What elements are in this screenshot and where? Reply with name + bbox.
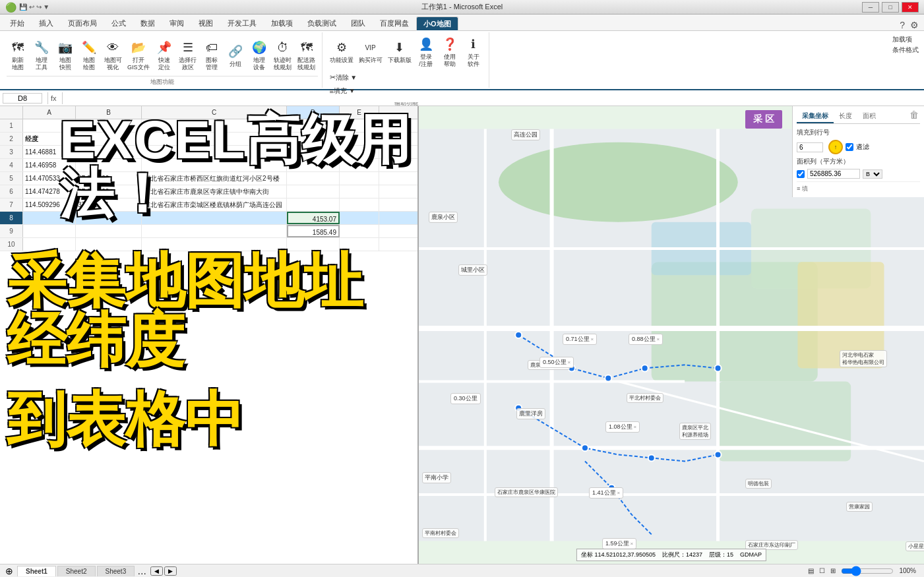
maximize-button[interactable]: □ [882, 2, 899, 13]
close-141-icon[interactable]: × [617, 490, 621, 496]
close-button[interactable]: ✕ [902, 2, 919, 13]
close-108-icon[interactable]: × [634, 424, 637, 430]
cell-e2[interactable] [340, 133, 379, 145]
cell-a5[interactable]: 114.470533 [23, 172, 76, 185]
cell-a6[interactable]: 114.474278 [23, 185, 76, 198]
cell-c1[interactable]: 地 [142, 119, 287, 132]
view-page-icon[interactable]: ☐ [819, 567, 825, 574]
cell-c10[interactable] [142, 238, 287, 251]
close-088-icon[interactable]: × [657, 336, 660, 342]
clear-button[interactable]: ✂ 清除 ▼ [328, 72, 359, 84]
cell-b3[interactable] [76, 146, 142, 158]
close-071-icon[interactable]: × [591, 336, 594, 342]
cell-c6[interactable]: 河北省石家庄市鹿泉区寺家庄镇中华南大街 [142, 185, 287, 198]
collect-area-button[interactable]: 采 区 [745, 110, 782, 129]
sheet-scroll-right[interactable]: ▶ [164, 566, 177, 576]
cell-a8[interactable] [23, 212, 76, 224]
sheet-tab-1[interactable]: Sheet1 [17, 566, 56, 576]
tab-page-layout[interactable]: 页面布局 [61, 16, 104, 30]
cell-c5[interactable]: 河北省石家庄市桥西区红旗街道红河小区2号楼 [142, 172, 287, 185]
col-header-a[interactable]: A [23, 106, 76, 119]
view-break-icon[interactable]: ⊞ [830, 567, 836, 574]
fill-to-input[interactable] [797, 142, 823, 152]
addin-button[interactable]: 加载项 [892, 35, 919, 44]
tab-area[interactable]: 面积 [857, 110, 881, 123]
cell-c3[interactable] [142, 146, 287, 158]
map-visual-button[interactable]: 👁 地图可视化 [102, 37, 124, 73]
cell-b9[interactable] [76, 225, 142, 237]
geo-device-button[interactable]: 🌍 地理设备 [248, 37, 270, 73]
quick-locate-button[interactable]: 📌 快速定位 [153, 37, 175, 73]
tab-formula[interactable]: 公式 [104, 16, 133, 30]
cell-d6[interactable] [287, 185, 340, 198]
cell-b8[interactable] [76, 212, 142, 224]
tab-start[interactable]: 开始 [3, 16, 32, 30]
cell-d4[interactable] [287, 159, 340, 171]
cell-e1[interactable] [340, 119, 379, 132]
minimize-button[interactable]: ─ [862, 2, 879, 13]
tab-baidu[interactable]: 百度网盘 [373, 16, 416, 30]
cell-d3[interactable] [287, 146, 340, 158]
cell-b10[interactable] [76, 238, 142, 251]
cell-e8[interactable] [340, 212, 379, 224]
area-col-select[interactable]: B A C [863, 169, 882, 179]
cell-b4[interactable] [76, 159, 142, 171]
cell-e7[interactable] [340, 198, 379, 211]
cell-a7[interactable]: 114.509296 [23, 198, 76, 211]
cell-c4[interactable] [142, 159, 287, 171]
cell-d8[interactable]: 4153.07 [287, 212, 340, 224]
map-draw-button[interactable]: ✏️ 地图绘图 [78, 37, 100, 73]
col-header-b[interactable]: B [76, 106, 142, 119]
cell-d9[interactable]: 1585.49 [287, 225, 340, 237]
close-159-icon[interactable]: × [631, 541, 634, 547]
map-snapshot-button[interactable]: 📷 地图快照 [54, 37, 77, 73]
cell-c2[interactable] [142, 133, 287, 145]
cell-a10[interactable] [23, 238, 76, 251]
cell-c7[interactable]: 河北省石家庄市栾城区楼底镇林荫广场高连公园 [142, 198, 287, 211]
cell-c8[interactable] [142, 212, 287, 224]
cell-e5[interactable] [340, 172, 379, 185]
about-button[interactable]: ℹ 关于软件 [462, 34, 485, 69]
col-header-d[interactable]: D [287, 106, 340, 119]
tab-team[interactable]: 团队 [344, 16, 373, 30]
track-button[interactable]: ⏱ 轨迹时线规划 [272, 37, 294, 73]
login-button[interactable]: 👤 登录/注册 [415, 34, 437, 69]
sheet-tab-3[interactable]: Sheet3 [97, 566, 135, 576]
cell-e6[interactable] [340, 185, 379, 198]
cell-d7[interactable] [287, 198, 340, 211]
cell-b1[interactable] [76, 119, 142, 132]
cell-e4[interactable] [340, 159, 379, 171]
close-050-icon[interactable]: × [568, 359, 571, 365]
tab-xo-map[interactable]: 小O地图 [416, 16, 458, 31]
add-sheet-button[interactable]: ⊕ [3, 566, 16, 576]
zoom-slider[interactable] [841, 566, 894, 576]
tab-review[interactable]: 审阅 [162, 16, 191, 30]
cell-d1[interactable] [287, 119, 340, 132]
sheet-scroll-left[interactable]: ◀ [150, 566, 163, 576]
tab-collect-coord[interactable]: 采集坐标 [797, 110, 834, 123]
download-button[interactable]: ⬇ 下载新版 [386, 37, 414, 65]
tab-view[interactable]: 视图 [191, 16, 220, 30]
cell-c9[interactable] [142, 225, 287, 237]
cell-a4[interactable]: 114.46958 [23, 159, 76, 171]
filter-checkbox[interactable] [846, 143, 853, 151]
vip-button[interactable]: VIP 购买许可 [357, 37, 385, 65]
tab-loadtest[interactable]: 负载测试 [300, 16, 344, 30]
conditional-format-button[interactable]: 条件格式 [892, 46, 919, 55]
select-region-button[interactable]: ☰ 选择行政区 [177, 37, 199, 73]
col-header-c[interactable]: C [142, 106, 287, 119]
geo-tools-button[interactable]: 🔧 地理工具 [30, 37, 53, 73]
config-route-button[interactable]: 🗺 配送路线规划 [295, 37, 318, 73]
cell-b6[interactable]: 37.970908 [76, 185, 142, 198]
open-gis-button[interactable]: 📂 打开GIS文件 [125, 37, 152, 73]
cell-b2[interactable] [76, 133, 142, 145]
cell-e9[interactable] [340, 225, 379, 237]
cell-reference[interactable]: D8 [3, 93, 42, 104]
cell-b5[interactable]: 37.975729 [76, 172, 142, 185]
col-header-e[interactable]: E [340, 106, 379, 119]
tab-addins[interactable]: 加载项 [264, 16, 300, 30]
sheet-tab-2[interactable]: Sheet2 [57, 566, 96, 576]
settings-button[interactable]: ⚙ 功能设置 [328, 37, 355, 65]
help-button[interactable]: ❓ 使用帮助 [439, 34, 461, 69]
cell-d5[interactable] [287, 172, 340, 185]
